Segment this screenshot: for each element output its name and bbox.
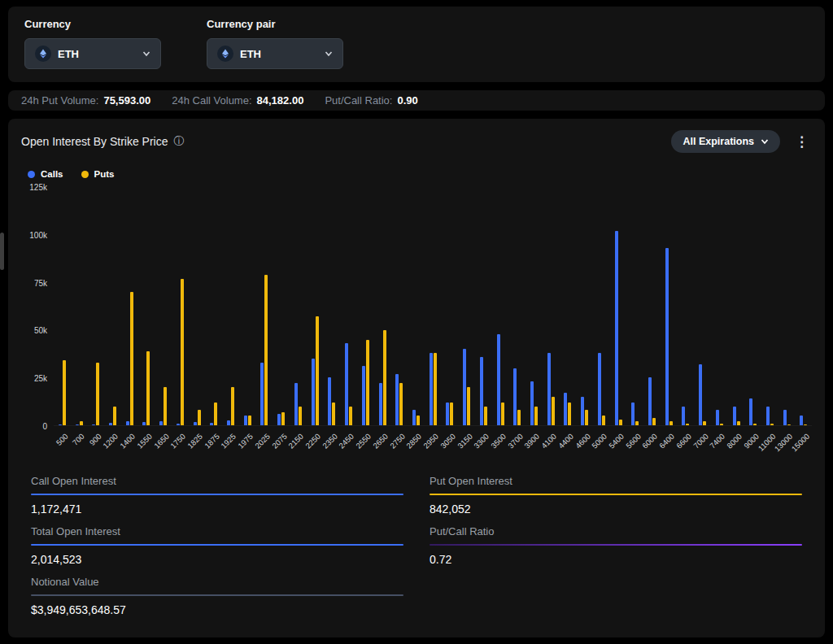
calls-bar	[463, 349, 466, 425]
chart-title: Open Interest By Strike Price	[21, 135, 168, 148]
puts-bar	[552, 397, 555, 425]
legend-item-puts[interactable]: Puts	[81, 169, 115, 179]
puts-bar	[534, 407, 538, 425]
stat-label: Total Open Interest	[31, 525, 403, 544]
page: Currency ETH Currency pair ETH	[0, 0, 833, 644]
calls-legend-label: Calls	[41, 169, 63, 179]
calls-bar	[59, 424, 62, 425]
plot-wrap: 5007009001200140015501650175018251875192…	[54, 187, 812, 463]
calls-bar	[362, 366, 365, 425]
pair-dropdown[interactable]: ETH	[207, 38, 343, 69]
bar-group-9000	[744, 187, 761, 425]
x-tick-2025: 2025	[256, 426, 273, 463]
y-tick-label: 0	[42, 422, 47, 431]
bar-group-1200	[104, 187, 121, 425]
chevron-down-icon	[142, 50, 150, 58]
summary-stats: Call Open Interest 1,172,471 Put Open In…	[21, 463, 812, 629]
volume-stats-bar: 24h Put Volume: 75,593.00 24h Call Volum…	[8, 90, 825, 111]
calls-bar	[109, 423, 112, 425]
puts-legend-label: Puts	[94, 169, 115, 179]
put-call-ratio-label: Put/Call Ratio:	[325, 94, 392, 107]
currency-label: Currency	[24, 18, 161, 30]
bar-group-3500	[492, 187, 509, 425]
calls-bar	[564, 393, 567, 425]
stat-label: Notional Value	[31, 576, 403, 594]
info-icon[interactable]: ⓘ	[174, 134, 185, 149]
puts-bar	[248, 416, 251, 425]
bar-group-700	[71, 187, 88, 425]
puts-bar	[366, 340, 369, 425]
stat-total-open-interest: Total Open Interest 2,014,523	[31, 525, 403, 566]
puts-bar	[349, 407, 352, 425]
bar-group-11000	[761, 187, 778, 425]
calls-bar	[648, 377, 652, 425]
bar-group-3300	[475, 187, 492, 425]
chevron-down-icon	[761, 137, 769, 146]
puts-bar	[63, 360, 66, 425]
puts-bar	[181, 279, 184, 425]
puts-bar	[198, 410, 201, 425]
puts-bar	[416, 416, 420, 425]
puts-bar	[316, 316, 319, 425]
puts-bar	[703, 421, 706, 425]
puts-bar	[214, 402, 217, 425]
bar-group-1925	[222, 187, 239, 425]
calls-bar	[665, 248, 669, 425]
puts-bar	[669, 421, 673, 425]
calls-bar	[530, 381, 534, 425]
puts-bar	[619, 420, 622, 425]
puts-bar	[635, 421, 639, 425]
chart-title-wrap: Open Interest By Strike Price ⓘ	[21, 134, 185, 149]
put-call-ratio-stat: Put/Call Ratio: 0.90	[325, 94, 417, 107]
puts-bar	[434, 353, 437, 425]
currency-dropdown-value-wrap: ETH	[35, 46, 142, 62]
puts-bar	[231, 387, 234, 425]
puts-bar	[146, 351, 150, 425]
puts-bar	[467, 387, 470, 425]
puts-bar	[720, 424, 723, 425]
calls-bar	[227, 420, 230, 425]
puts-bar	[80, 421, 83, 425]
bar-group-2450	[340, 187, 357, 425]
bar-group-1825	[189, 187, 206, 425]
calls-bar	[615, 231, 618, 425]
bar-group-5000	[593, 187, 610, 425]
x-axis: 5007009001200140015501650175018251875192…	[54, 426, 812, 463]
bar-group-6600	[678, 187, 695, 425]
chart-legend: Calls Puts	[28, 169, 812, 179]
x-tick-15000: 15000	[796, 426, 813, 463]
call-volume-label: 24h Call Volume:	[172, 94, 251, 107]
calls-bar	[766, 407, 770, 425]
all-expirations-button[interactable]: All Expirations	[671, 130, 780, 153]
put-volume-value: 75,593.00	[103, 94, 150, 107]
bar-group-2025	[256, 187, 273, 425]
page-scrollbar[interactable]	[0, 233, 4, 270]
calls-bar	[631, 402, 635, 425]
bar-group-2850	[408, 187, 425, 425]
kebab-menu-icon[interactable]: ⋮	[792, 133, 812, 150]
y-tick-label: 50k	[34, 326, 47, 335]
bar-group-2750	[390, 187, 408, 425]
x-tick-3050: 3050	[442, 426, 459, 463]
bar-group-4100	[543, 187, 560, 425]
calls-bar	[194, 422, 197, 425]
bar-group-1650	[155, 187, 172, 425]
y-tick-label: 125k	[29, 183, 47, 192]
calls-bar	[547, 353, 551, 425]
bar-group-2075	[273, 187, 290, 425]
currency-dropdown[interactable]: ETH	[24, 38, 161, 69]
bar-group-1550	[138, 187, 155, 425]
stat-call-open-interest: Call Open Interest 1,172,471	[31, 475, 403, 516]
y-tick-label: 75k	[34, 278, 47, 287]
legend-item-calls[interactable]: Calls	[28, 169, 63, 179]
call-volume-value: 84,182.00	[257, 94, 304, 107]
puts-bar	[770, 424, 774, 425]
stat-notional-value: Notional Value $3,949,653,648.57	[31, 576, 403, 616]
bar-group-15000	[796, 187, 813, 425]
calls-bar	[294, 383, 298, 425]
bar-group-1875	[205, 187, 222, 425]
calls-bar	[126, 421, 129, 425]
calls-bar	[345, 343, 348, 425]
calls-bar	[92, 424, 95, 425]
puts-bar	[130, 292, 133, 425]
